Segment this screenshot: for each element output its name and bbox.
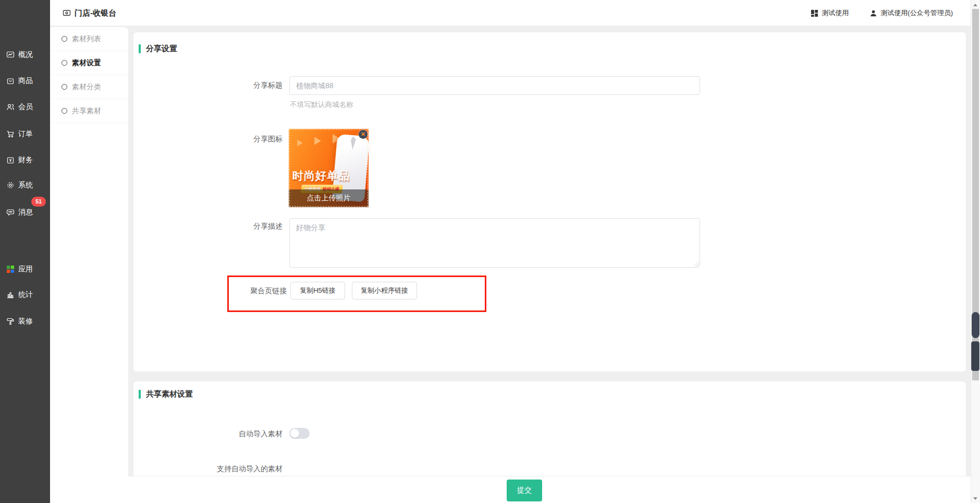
section-accent-bar [139,390,141,399]
decorate-icon [6,317,15,326]
sidebar-item-label: 会员 [18,102,33,112]
user-label: 测试使用(公众号管理员) [880,8,953,18]
sidebar-item-label: 消息 [18,208,33,217]
auto-import-toggle[interactable] [289,428,310,439]
admin-app: 概况 商品 会员 订单 财务 系统 消息 51 应用 [0,0,980,503]
subnav-item-label: 共享素材 [72,106,101,116]
remove-image-button[interactable]: ✕ [359,130,368,139]
subnav-item-label: 素材分类 [72,82,101,92]
arrow-decoration-icon [297,140,303,147]
radio-circle-icon [62,36,67,42]
subnav-item-material-category[interactable]: 素材分类 [50,75,128,99]
material-subnav: 素材列表 素材设置 素材分类 共享素材 [50,27,128,503]
page-title: 门店-收银台 [63,0,116,26]
sidebar-item-overview[interactable]: 概况 [0,48,50,62]
sidebar-item-label: 系统 [18,181,33,190]
radio-circle-icon [62,84,67,90]
apps-icon [6,265,15,273]
sidebar-item-decorate[interactable]: 装修 [0,315,50,328]
subnav-item-label: 素材设置 [72,58,101,68]
scroll-up-arrow-icon[interactable] [973,4,977,6]
overview-icon [6,51,15,59]
system-icon [6,181,15,189]
user-menu[interactable]: 测试使用(公众号管理员) [869,8,953,18]
scroll-down-arrow-icon[interactable] [973,497,977,500]
grid-icon [811,9,818,17]
workspace-switcher[interactable]: 测试使用 [811,8,849,18]
page-scrollbar [971,0,980,503]
share-icon-label: 分享图标 [133,135,283,144]
orders-icon [6,130,15,138]
share-title-label: 分享标题 [133,81,283,90]
goods-icon [6,77,15,85]
radio-circle-icon [62,60,67,66]
sidebar-item-finance[interactable]: 财务 [0,153,50,167]
section-title: 共享素材设置 [146,389,193,399]
section-accent-bar [139,44,141,53]
subnav-item-shared-material[interactable]: 共享素材 [50,99,128,123]
sidebar-item-label: 统计 [18,290,33,300]
share-desc-textarea[interactable] [289,218,700,268]
sidebar-item-members[interactable]: 会员 [0,100,50,114]
message-count-badge: 51 [31,197,46,207]
subnav-item-material-list[interactable]: 素材列表 [50,27,128,51]
promo-headline: 时尚好单品 [292,169,350,183]
copy-miniprogram-link-button[interactable]: 复制小程序链接 [352,282,417,300]
subnav-item-material-settings[interactable]: 素材设置 [50,51,128,75]
sidebar-item-stats[interactable]: 统计 [0,288,50,302]
auto-import-label: 自动导入素材 [133,429,283,439]
sidebar-item-label: 订单 [18,129,33,139]
close-icon: ✕ [361,131,365,137]
share-desc-label: 分享描述 [133,222,283,231]
copy-h5-link-button[interactable]: 复制H5链接 [290,282,345,300]
aggregate-link-label: 聚合页链接 [133,286,287,296]
sidebar-item-system[interactable]: 系统 [0,178,50,192]
section-header: 分享设置 [139,44,177,54]
messages-icon [6,208,15,217]
arrow-decoration-icon [314,137,321,145]
scrollbar-marker-striped [971,341,979,371]
sidebar-item-label: 应用 [18,265,33,274]
sidebar-item-apps[interactable]: 应用 [0,262,50,276]
sidebar-item-messages[interactable]: 消息 [0,206,50,219]
upload-overlay[interactable]: 点击上传照片 [289,189,369,207]
workspace-label: 测试使用 [822,8,849,18]
sidebar-item-goods[interactable]: 商品 [0,74,50,88]
footer-bar: 提交 [128,476,971,503]
radio-circle-icon [62,108,67,114]
sidebar-item-label: 装修 [18,317,33,326]
sidebar-item-orders[interactable]: 订单 [0,127,50,141]
scrollbar-marker-gradient [972,312,979,338]
members-icon [6,103,15,111]
sidebar-item-label: 商品 [18,76,33,86]
share-icon-upload-box[interactable]: 时尚好单品 个性时尚 畅销火爆 点击上传照片 ✕ [289,129,369,207]
user-icon [869,9,877,17]
share-settings-card: 分享设置 分享标题 不填写默认商城名称 分享图标 时尚好单品 个性时尚 畅销火爆… [133,32,966,372]
page-title-text: 门店-收银台 [75,8,116,18]
store-terminal-icon [63,9,71,17]
sidebar-item-label: 财务 [18,155,33,165]
share-title-hint: 不填写默认商城名称 [290,100,353,110]
stats-icon [6,291,15,299]
section-header: 共享素材设置 [139,389,193,399]
section-title: 分享设置 [146,44,177,54]
supported-import-label: 支持自动导入的素材 [133,464,283,474]
topbar-right: 测试使用 测试使用(公众号管理员) [811,0,953,26]
main-sidebar: 概况 商品 会员 订单 财务 系统 消息 51 应用 [0,0,50,503]
subnav-item-label: 素材列表 [72,34,101,44]
sidebar-item-label: 概况 [18,50,33,59]
upload-overlay-text: 点击上传照片 [307,194,351,203]
share-title-input[interactable] [289,76,700,95]
finance-icon [6,156,15,164]
submit-button[interactable]: 提交 [507,480,542,501]
topbar: 门店-收银台 测试使用 测试使用(公众号管理员) [50,0,971,26]
